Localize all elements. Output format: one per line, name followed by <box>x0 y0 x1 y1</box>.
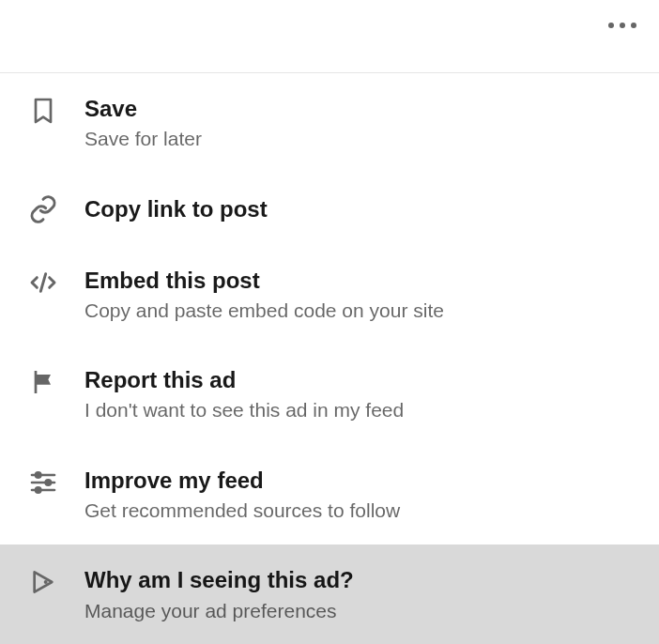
menu-item-title: Save <box>84 94 202 123</box>
menu-item-subtitle: Manage your ad preferences <box>84 597 354 624</box>
flag-icon <box>28 365 69 397</box>
link-icon <box>28 194 69 224</box>
menu-item-subtitle: I don't want to see this ad in my feed <box>84 396 404 423</box>
menu-item-embed[interactable]: Embed this post Copy and paste embed cod… <box>0 245 659 345</box>
menu-item-improve-feed[interactable]: Improve my feed Get recommended sources … <box>0 445 659 545</box>
ad-play-icon <box>28 565 69 597</box>
bookmark-icon <box>28 94 69 126</box>
menu-item-report[interactable]: Report this ad I don't want to see this … <box>0 345 659 445</box>
menu-item-subtitle: Save for later <box>84 125 202 152</box>
code-icon <box>28 266 69 298</box>
svg-point-4 <box>36 472 40 477</box>
menu-item-subtitle: Copy and paste embed code on your site <box>84 297 444 324</box>
more-options-button[interactable] <box>608 23 636 28</box>
menu-item-title: Why am I seeing this ad? <box>84 565 354 594</box>
svg-line-0 <box>40 273 45 291</box>
menu-item-title: Improve my feed <box>84 466 400 495</box>
svg-point-8 <box>44 580 48 584</box>
svg-marker-7 <box>35 573 53 592</box>
menu-item-title: Copy link to post <box>84 194 268 223</box>
svg-point-5 <box>46 480 51 484</box>
context-menu: Save Save for later Copy link to post Em… <box>0 73 659 644</box>
menu-item-title: Report this ad <box>84 365 404 394</box>
menu-item-save[interactable]: Save Save for later <box>0 73 659 174</box>
menu-item-why-ad[interactable]: Why am I seeing this ad? Manage your ad … <box>0 544 659 644</box>
sliders-icon <box>28 466 69 498</box>
menu-item-copy-link[interactable]: Copy link to post <box>0 174 659 245</box>
menu-item-title: Embed this post <box>84 266 444 295</box>
menu-item-subtitle: Get recommended sources to follow <box>84 497 400 524</box>
header-area <box>0 0 659 73</box>
svg-point-6 <box>36 487 40 492</box>
